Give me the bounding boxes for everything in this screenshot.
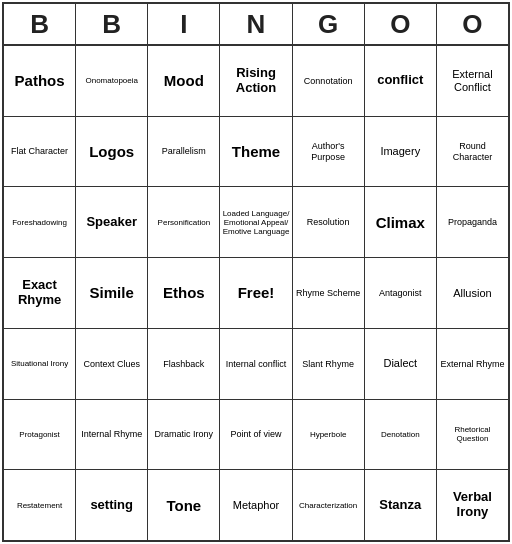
grid-row-2: ForeshadowingSpeakerPersonificationLoade… — [4, 187, 508, 258]
cell-5-4: Hyperbole — [293, 400, 365, 470]
cell-1-0: Flat Character — [4, 117, 76, 187]
grid-row-3: Exact RhymeSimileEthosFree!Rhyme SchemeA… — [4, 258, 508, 329]
cell-4-0: Situational Irony — [4, 329, 76, 399]
grid-row-0: PathosOnomatopoeiaMoodRising ActionConno… — [4, 46, 508, 117]
cell-0-3: Rising Action — [220, 46, 292, 116]
cell-6-6: Verbal Irony — [437, 470, 508, 540]
cell-5-3: Point of view — [220, 400, 292, 470]
cell-1-2: Parallelism — [148, 117, 220, 187]
header-cell-g4: G — [293, 4, 365, 44]
cell-6-0: Restatement — [4, 470, 76, 540]
cell-4-4: Slant Rhyme — [293, 329, 365, 399]
cell-0-1: Onomatopoeia — [76, 46, 148, 116]
cell-2-0: Foreshadowing — [4, 187, 76, 257]
cell-5-0: Protagonist — [4, 400, 76, 470]
cell-6-3: Metaphor — [220, 470, 292, 540]
cell-4-6: External Rhyme — [437, 329, 508, 399]
bingo-grid: PathosOnomatopoeiaMoodRising ActionConno… — [4, 46, 508, 540]
header-cell-o6: O — [437, 4, 508, 44]
cell-2-1: Speaker — [76, 187, 148, 257]
cell-0-4: Connotation — [293, 46, 365, 116]
cell-5-1: Internal Rhyme — [76, 400, 148, 470]
grid-row-4: Situational IronyContext CluesFlashbackI… — [4, 329, 508, 400]
cell-3-5: Antagonist — [365, 258, 437, 328]
cell-1-4: Author's Purpose — [293, 117, 365, 187]
cell-6-5: Stanza — [365, 470, 437, 540]
cell-2-4: Resolution — [293, 187, 365, 257]
cell-0-5: conflict — [365, 46, 437, 116]
cell-0-2: Mood — [148, 46, 220, 116]
cell-6-4: Characterization — [293, 470, 365, 540]
bingo-header: BBINGOO — [4, 4, 508, 46]
cell-6-2: Tone — [148, 470, 220, 540]
cell-2-5: Climax — [365, 187, 437, 257]
cell-0-0: Pathos — [4, 46, 76, 116]
header-cell-o5: O — [365, 4, 437, 44]
cell-1-3: Theme — [220, 117, 292, 187]
cell-1-6: Round Character — [437, 117, 508, 187]
grid-row-1: Flat CharacterLogosParallelismThemeAutho… — [4, 117, 508, 188]
header-cell-b0: B — [4, 4, 76, 44]
cell-3-2: Ethos — [148, 258, 220, 328]
header-cell-i2: I — [148, 4, 220, 44]
cell-4-1: Context Clues — [76, 329, 148, 399]
cell-1-5: Imagery — [365, 117, 437, 187]
header-cell-b1: B — [76, 4, 148, 44]
cell-2-3: Loaded Language/ Emotional Appeal/ Emoti… — [220, 187, 292, 257]
cell-2-6: Propaganda — [437, 187, 508, 257]
cell-3-1: Simile — [76, 258, 148, 328]
cell-5-5: Denotation — [365, 400, 437, 470]
cell-3-4: Rhyme Scheme — [293, 258, 365, 328]
grid-row-5: ProtagonistInternal RhymeDramatic IronyP… — [4, 400, 508, 471]
grid-row-6: RestatementsettingToneMetaphorCharacteri… — [4, 470, 508, 540]
cell-6-1: setting — [76, 470, 148, 540]
cell-5-2: Dramatic Irony — [148, 400, 220, 470]
cell-3-0: Exact Rhyme — [4, 258, 76, 328]
cell-4-2: Flashback — [148, 329, 220, 399]
bingo-card: BBINGOO PathosOnomatopoeiaMoodRising Act… — [2, 2, 510, 542]
header-cell-n3: N — [220, 4, 292, 44]
cell-0-6: External Conflict — [437, 46, 508, 116]
cell-2-2: Personification — [148, 187, 220, 257]
cell-4-3: Internal conflict — [220, 329, 292, 399]
cell-3-6: Allusion — [437, 258, 508, 328]
cell-5-6: Rhetorical Question — [437, 400, 508, 470]
cell-1-1: Logos — [76, 117, 148, 187]
cell-4-5: Dialect — [365, 329, 437, 399]
cell-3-3: Free! — [220, 258, 292, 328]
